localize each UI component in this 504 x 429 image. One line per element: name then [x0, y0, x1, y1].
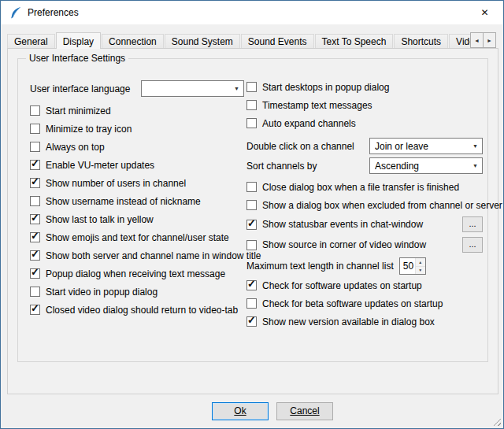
checkbox[interactable]	[30, 305, 40, 315]
checkbox-row-start-minimized[interactable]: Start minimized	[30, 104, 244, 117]
checkbox[interactable]	[30, 178, 40, 188]
checkbox[interactable]	[30, 250, 40, 261]
double-click-row: Double click on a channel Join or leave …	[246, 138, 483, 154]
checkbox[interactable]	[30, 214, 40, 224]
checkbox-row-auto-expand[interactable]: Auto expand channels	[246, 116, 483, 130]
tab-display[interactable]: Display	[56, 32, 101, 49]
checkbox[interactable]	[246, 240, 257, 250]
checkbox-row-window-title[interactable]: Show both server and channel name in win…	[30, 249, 244, 262]
checkbox-label: Timestamp text messages	[262, 100, 372, 111]
checkbox-row-popup-text[interactable]: Popup dialog when receiving text message	[30, 267, 244, 280]
checkbox-label: Start desktops in popup dialog	[262, 82, 389, 93]
video-source-row: Show source in corner of video window ..…	[246, 237, 483, 253]
checkbox-row-video-return[interactable]: Closed video dialog should return to vid…	[30, 303, 244, 316]
chevron-down-icon: ▼	[230, 86, 243, 91]
chevron-down-icon: ▼	[469, 163, 482, 168]
checkbox-label: Show a dialog box when excluded from cha…	[262, 200, 502, 211]
tab-sound-events[interactable]: Sound Events	[241, 34, 314, 49]
sort-channels-row: Sort channels by Ascending ▼	[246, 157, 483, 174]
checkbox[interactable]	[246, 118, 257, 128]
max-text-length-label: Maximum text length in channel list	[246, 261, 394, 272]
checkbox-row-beta-updates[interactable]: Check for beta software updates on start…	[246, 297, 483, 310]
language-label: User interface language	[30, 83, 130, 94]
checkbox[interactable]	[246, 280, 257, 290]
checkbox-label: Auto expand channels	[262, 118, 356, 129]
checkbox-row-timestamp[interactable]: Timestamp text messages	[246, 98, 483, 112]
statusbar-events-row: Show statusbar events in chat-window ...	[246, 216, 483, 232]
preferences-dialog: Preferences ✕ General Display Connection…	[0, 0, 504, 429]
checkbox-label: Check for beta software updates on start…	[262, 298, 443, 309]
checkbox-label: Start minimized	[46, 105, 111, 116]
tab-connection[interactable]: Connection	[102, 34, 164, 49]
language-row: User interface language ▼	[30, 80, 244, 97]
checkbox-label: Always on top	[46, 142, 105, 153]
language-combobox[interactable]: ▼	[141, 80, 244, 97]
double-click-combobox[interactable]: Join or leave ▼	[369, 138, 483, 154]
checkbox-row-updates[interactable]: Check for software updates on startup	[246, 279, 483, 292]
checkbox[interactable]	[30, 142, 40, 152]
checkbox[interactable]	[30, 124, 40, 134]
max-text-length-spinner[interactable]: 50 ▲ ▼	[399, 257, 426, 275]
video-source-ellipsis-button[interactable]: ...	[462, 237, 483, 253]
left-column: User interface language ▼ Start minimize…	[30, 80, 244, 321]
checkbox[interactable]	[246, 298, 257, 309]
checkbox-row-vu-meter[interactable]: Enable VU-meter updates	[30, 158, 244, 172]
right-column: Start desktops in popup dialog Timestamp…	[246, 80, 483, 333]
ok-button-label: Ok	[234, 405, 246, 416]
checkbox-row-file-transfer[interactable]: Close dialog box when a file transfer is…	[246, 180, 483, 194]
checkbox-label: Close dialog box when a file transfer is…	[262, 182, 459, 193]
checkbox[interactable]	[30, 160, 40, 170]
tab-scroll-control: ◄ ►	[471, 32, 496, 48]
checkbox[interactable]	[30, 105, 40, 116]
checkbox-row-username[interactable]: Show username instead of nickname	[30, 194, 244, 208]
ok-button[interactable]: Ok	[212, 402, 269, 420]
group-title: User Interface Settings	[26, 53, 128, 64]
chevron-down-icon: ▼	[469, 143, 482, 149]
checkbox-label: Show emojis and text for channel/user st…	[46, 232, 229, 243]
checkbox[interactable]	[30, 268, 40, 279]
title-bar[interactable]: Preferences ✕	[2, 1, 502, 24]
checkbox-label: Show statusbar events in chat-window	[262, 219, 423, 230]
checkbox[interactable]	[246, 100, 257, 110]
resize-grip[interactable]	[491, 416, 501, 426]
checkbox-label: Show both server and channel name in win…	[46, 250, 261, 261]
spin-down-icon[interactable]: ▼	[416, 267, 425, 275]
checkbox-label: Show new version available in dialog box	[262, 316, 435, 327]
checkbox[interactable]	[30, 287, 40, 297]
checkbox[interactable]	[246, 220, 257, 230]
tab-scroll-left-icon[interactable]: ◄	[470, 32, 484, 48]
double-click-value: Join or leave	[375, 141, 428, 152]
checkbox-row-desktops-popup[interactable]: Start desktops in popup dialog	[246, 80, 483, 94]
checkbox-row-excluded-dialog[interactable]: Show a dialog box when excluded from cha…	[246, 198, 483, 212]
close-button[interactable]: ✕	[467, 2, 502, 24]
cancel-button[interactable]: Cancel	[276, 402, 333, 420]
tab-shortcuts[interactable]: Shortcuts	[394, 34, 448, 49]
checkbox-row-new-version[interactable]: Show new version available in dialog box	[246, 315, 483, 328]
checkbox-row-video-popup[interactable]: Start video in popup dialog	[30, 285, 244, 298]
checkbox[interactable]	[246, 316, 257, 327]
checkbox-row-always-on-top[interactable]: Always on top	[30, 140, 244, 153]
tab-sound-system[interactable]: Sound System	[165, 34, 240, 49]
checkbox-row-minimize-tray[interactable]: Minimize to tray icon	[30, 122, 244, 135]
checkbox[interactable]	[246, 200, 257, 210]
tab-general[interactable]: General	[7, 34, 55, 49]
checkbox-label: Enable VU-meter updates	[46, 160, 154, 171]
sort-channels-combobox[interactable]: Ascending ▼	[369, 157, 483, 174]
checkbox-row-emojis[interactable]: Show emojis and text for channel/user st…	[30, 231, 244, 244]
checkbox[interactable]	[30, 232, 40, 242]
max-text-length-row: Maximum text length in channel list 50 ▲…	[246, 257, 483, 275]
tab-bar: General Display Connection Sound System …	[7, 31, 480, 49]
checkbox-row-user-count[interactable]: Show number of users in channel	[30, 176, 244, 190]
checkbox-row-last-talk[interactable]: Show last to talk in yellow	[30, 213, 244, 226]
tab-scroll-right-icon[interactable]: ►	[483, 32, 496, 48]
checkbox[interactable]	[246, 82, 257, 92]
spin-up-icon[interactable]: ▲	[416, 258, 425, 267]
checkbox[interactable]	[30, 196, 40, 206]
checkbox-label: Popup dialog when receiving text message	[46, 268, 225, 279]
tab-text-to-speech[interactable]: Text To Speech	[315, 34, 394, 49]
checkbox-label: Show username instead of nickname	[46, 196, 201, 207]
checkbox[interactable]	[246, 182, 257, 192]
sort-channels-value: Ascending	[375, 161, 419, 172]
app-icon	[9, 6, 22, 20]
statusbar-events-ellipsis-button[interactable]: ...	[462, 216, 483, 232]
